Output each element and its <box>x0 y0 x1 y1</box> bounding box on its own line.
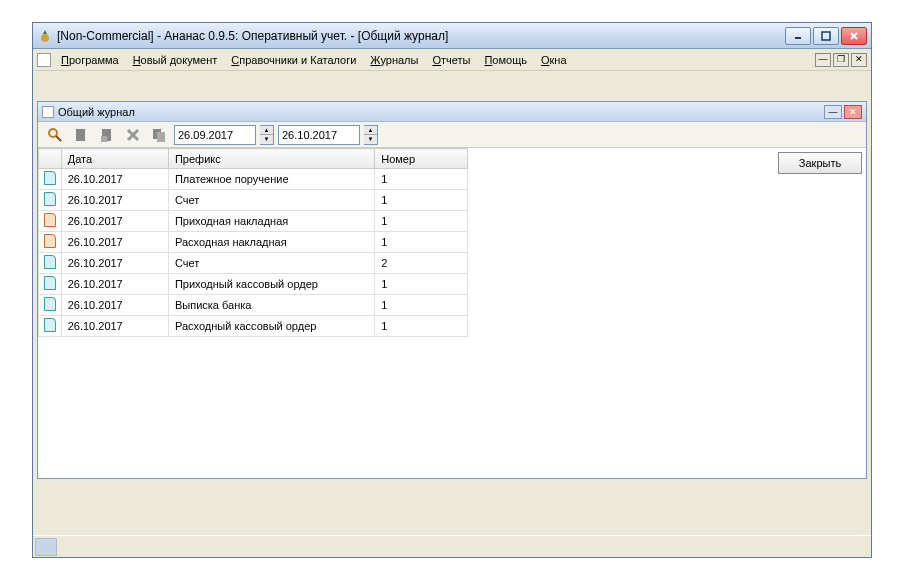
document-type-icon <box>44 276 56 290</box>
menu-catalogs[interactable]: Справочники и Каталоги <box>225 52 362 68</box>
right-panel: Закрыть <box>774 148 866 478</box>
row-icon-cell <box>39 295 62 316</box>
row-prefix: Счет <box>168 253 374 274</box>
child-title: Общий журнал <box>58 106 824 118</box>
edit-button[interactable] <box>96 124 118 146</box>
new-button[interactable] <box>70 124 92 146</box>
document-type-icon <box>44 192 56 206</box>
col-number[interactable]: Номер <box>375 149 468 169</box>
row-number: 1 <box>375 211 468 232</box>
menu-help[interactable]: Помощь <box>478 52 533 68</box>
col-date[interactable]: Дата <box>61 149 168 169</box>
row-prefix: Выписка банка <box>168 295 374 316</box>
mdi-restore-button[interactable]: ❐ <box>833 53 849 67</box>
titlebar[interactable]: [Non-Commercial] - Ананас 0.9.5: Операти… <box>33 23 871 49</box>
child-minimize-button[interactable]: — <box>824 105 842 119</box>
row-icon-cell <box>39 316 62 337</box>
svg-point-5 <box>49 129 57 137</box>
table-row[interactable]: 26.10.2017 Приходная накладная 1 <box>39 211 468 232</box>
row-icon-cell <box>39 232 62 253</box>
row-icon-cell <box>39 169 62 190</box>
col-prefix[interactable]: Префикс <box>168 149 374 169</box>
document-type-icon <box>44 234 56 248</box>
row-icon-cell <box>39 274 62 295</box>
row-prefix: Счет <box>168 190 374 211</box>
svg-rect-2 <box>822 32 830 40</box>
document-type-icon <box>44 171 56 185</box>
date-from-spinner[interactable]: ▲▼ <box>260 125 274 145</box>
svg-line-6 <box>56 136 61 141</box>
document-type-icon <box>44 318 56 332</box>
workspace: Общий журнал — ✕ ▲▼ ▲▼ <box>33 71 871 535</box>
row-date: 26.10.2017 <box>61 190 168 211</box>
row-date: 26.10.2017 <box>61 316 168 337</box>
document-icon <box>42 106 54 118</box>
date-from-input[interactable] <box>174 125 256 145</box>
menu-windows[interactable]: Окна <box>535 52 573 68</box>
row-number: 1 <box>375 316 468 337</box>
row-number: 1 <box>375 232 468 253</box>
date-to-input[interactable] <box>278 125 360 145</box>
row-date: 26.10.2017 <box>61 253 168 274</box>
svg-rect-7 <box>76 129 85 141</box>
child-titlebar[interactable]: Общий журнал — ✕ <box>38 102 866 122</box>
minimize-button[interactable] <box>785 27 811 45</box>
row-number: 1 <box>375 169 468 190</box>
table-row[interactable]: 26.10.2017 Выписка банка 1 <box>39 295 468 316</box>
row-prefix: Расходная накладная <box>168 232 374 253</box>
menu-program-label: рограмма <box>69 54 119 66</box>
mdi-close-button[interactable]: ✕ <box>851 53 867 67</box>
row-number: 1 <box>375 190 468 211</box>
main-window: [Non-Commercial] - Ананас 0.9.5: Операти… <box>32 22 872 558</box>
row-number: 1 <box>375 274 468 295</box>
row-prefix: Приходная накладная <box>168 211 374 232</box>
child-close-button[interactable]: ✕ <box>844 105 862 119</box>
menu-reports[interactable]: Отчеты <box>426 52 476 68</box>
menu-new-document[interactable]: Новый документ <box>127 52 224 68</box>
journal-table: Дата Префикс Номер 26.10.2017 Платежное … <box>38 148 468 337</box>
table-row[interactable]: 26.10.2017 Платежное поручение 1 <box>39 169 468 190</box>
system-menu-icon[interactable] <box>37 53 51 67</box>
document-type-icon <box>44 255 56 269</box>
maximize-button[interactable] <box>813 27 839 45</box>
table-row[interactable]: 26.10.2017 Приходный кассовый ордер 1 <box>39 274 468 295</box>
row-icon-cell <box>39 253 62 274</box>
row-prefix: Приходный кассовый ордер <box>168 274 374 295</box>
menu-program[interactable]: Программа <box>55 52 125 68</box>
table-row[interactable]: 26.10.2017 Расходный кассовый ордер 1 <box>39 316 468 337</box>
row-number: 1 <box>375 295 468 316</box>
mdi-minimize-button[interactable]: — <box>815 53 831 67</box>
row-date: 26.10.2017 <box>61 295 168 316</box>
status-indicator <box>35 538 57 556</box>
child-window: Общий журнал — ✕ ▲▼ ▲▼ <box>37 101 867 479</box>
copy-button[interactable] <box>148 124 170 146</box>
row-icon-cell <box>39 190 62 211</box>
row-date: 26.10.2017 <box>61 232 168 253</box>
search-button[interactable] <box>44 124 66 146</box>
table-row[interactable]: 26.10.2017 Счет 1 <box>39 190 468 211</box>
close-button[interactable] <box>841 27 867 45</box>
svg-point-0 <box>41 34 49 42</box>
row-number: 2 <box>375 253 468 274</box>
close-panel-button[interactable]: Закрыть <box>778 152 862 174</box>
delete-button[interactable] <box>122 124 144 146</box>
app-icon <box>37 28 53 44</box>
toolbar: ▲▼ ▲▼ <box>38 122 866 148</box>
document-type-icon <box>44 213 56 227</box>
window-title: [Non-Commercial] - Ананас 0.9.5: Операти… <box>57 29 785 43</box>
statusbar <box>33 535 871 557</box>
table-row[interactable]: 26.10.2017 Расходная накладная 1 <box>39 232 468 253</box>
row-prefix: Расходный кассовый ордер <box>168 316 374 337</box>
menubar: Программа Новый документ Справочники и К… <box>33 49 871 71</box>
row-date: 26.10.2017 <box>61 274 168 295</box>
col-icon[interactable] <box>39 149 62 169</box>
svg-rect-9 <box>101 136 107 142</box>
journal-table-wrap[interactable]: Дата Префикс Номер 26.10.2017 Платежное … <box>38 148 774 478</box>
date-to-spinner[interactable]: ▲▼ <box>364 125 378 145</box>
row-date: 26.10.2017 <box>61 211 168 232</box>
menu-journals[interactable]: Журналы <box>364 52 424 68</box>
row-date: 26.10.2017 <box>61 169 168 190</box>
svg-rect-13 <box>157 132 165 142</box>
table-row[interactable]: 26.10.2017 Счет 2 <box>39 253 468 274</box>
row-prefix: Платежное поручение <box>168 169 374 190</box>
